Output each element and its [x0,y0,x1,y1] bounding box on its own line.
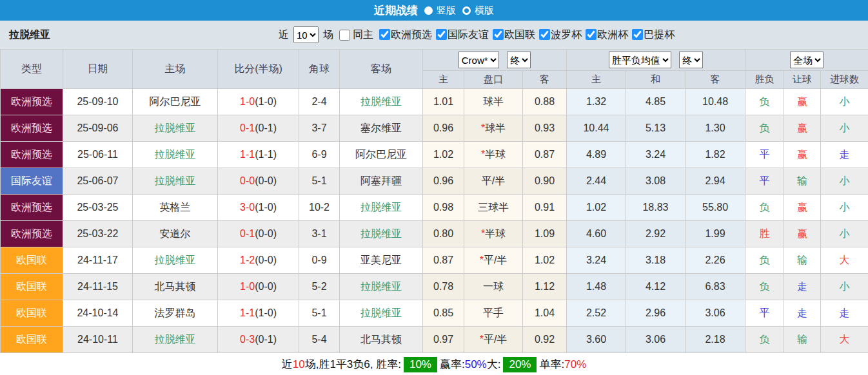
handicap-cell: *半球 [464,221,523,247]
goals-result-cell: 小 [821,195,868,221]
odds-company-select[interactable]: Crow* [459,52,499,68]
corner-cell: 3-1 [299,221,340,247]
goals-result-cell: 小 [821,89,868,115]
wdl-result-cell: 负 [745,115,784,142]
wdl-result-cell: 负 [745,89,784,115]
score-cell: 1-1(1-1) [218,142,299,168]
odds-home-cell: 0.97 [423,327,464,353]
mean-home-cell: 1.48 [567,274,626,300]
summary-part: 50% [465,358,487,371]
competition-checkbox[interactable] [632,29,643,40]
corner-cell: 5-4 [299,327,340,353]
handicap-cell: 一球 [464,274,523,300]
mean-time-select[interactable]: 终 [679,52,703,68]
mean-draw-cell: 3.06 [626,327,686,353]
mean-select[interactable]: 胜平负均值 [609,52,671,68]
corner-cell: 0-9 [299,247,340,274]
odds-home-cell: 0.78 [423,274,464,300]
radio-vertical-label: 竖版 [437,5,456,17]
wdl-result-cell: 平 [745,168,784,195]
handicap-cell: *半球 [464,142,523,168]
filters: 近 10 场 同主 欧洲预选国际友谊欧国联波罗杯欧洲杯巴提杯 [279,26,675,43]
table-row: 欧洲预选25-03-22安道尔0-1(0-0)3-1拉脱维亚0.80*半球1.0… [1,221,868,247]
handicap-result-cell: 赢 [784,142,821,168]
mean-draw-cell: 4.85 [626,89,686,115]
corner-cell: 5-2 [299,274,340,300]
mean-draw-cell: 2.96 [626,300,686,327]
layout-radio-vertical[interactable]: 竖版 [424,5,456,17]
competition-checkbox[interactable] [493,29,504,40]
col-header-type: 类型 [1,50,63,89]
same-home-checkbox[interactable] [339,30,350,41]
radio-unselected-icon[interactable] [462,6,471,15]
match-type-cell: 欧洲预选 [1,221,63,247]
competition-label: 波罗杯 [551,29,582,40]
home-team-cell: 安道尔 [133,221,218,247]
odds-away-cell: 1.02 [523,247,567,274]
mean-draw-cell: 3.24 [626,142,686,168]
home-team-cell: 拉脱维亚 [133,115,218,142]
layout-radio-horizontal[interactable]: 横版 [462,5,494,17]
sub-header-handicap: 盘口 [464,71,523,89]
mean-home-cell: 10.44 [567,115,626,142]
mean-draw-cell: 2.92 [626,221,686,247]
col-header-home: 主场 [133,50,218,89]
mean-away-cell: 2.94 [686,168,745,195]
goals-result-cell: 大 [821,247,868,274]
competition-checkbox[interactable] [436,29,447,40]
corner-cell: 2-4 [299,89,340,115]
handicap-result-cell: 赢 [784,195,821,221]
competition-checkbox[interactable] [539,29,550,40]
radio-selected-icon[interactable] [424,6,433,15]
odds-home-cell: 1.02 [423,142,464,168]
mean-away-cell: 55.80 [686,195,745,221]
summary-part: 单率: [539,357,564,372]
mean-away-cell: 1.82 [686,142,745,168]
col-header-away: 客场 [340,50,423,89]
odds-away-cell: 0.88 [523,89,567,115]
scope-select[interactable]: 全场 [790,52,824,68]
handicap-cell: *球半 [464,115,523,142]
match-type-cell: 欧国联 [1,274,63,300]
mean-draw-cell: 18.83 [626,195,686,221]
goals-result-cell: 小 [821,115,868,142]
handicap-cell: *平/半 [464,327,523,353]
competition-label: 欧国联 [504,29,535,40]
odds-home-cell: 0.87 [423,247,464,274]
games-label: 场 [323,28,333,42]
table-row: 欧国联24-10-14法罗群岛1-1(1-0)5-1拉脱维亚0.85平手1.04… [1,300,868,327]
corner-cell: 5-1 [299,300,340,327]
match-type-cell: 欧洲预选 [1,115,63,142]
mean-home-cell: 1.32 [567,89,626,115]
odds-time-select[interactable]: 终 [507,52,531,68]
sub-header-mean-home: 主 [567,71,626,89]
mean-away-cell: 10.48 [686,89,745,115]
mean-home-cell: 4.89 [567,142,626,168]
summary-part: 70% [564,358,586,371]
mean-away-cell: 1.30 [686,115,745,142]
table-row: 欧洲预选25-09-10阿尔巴尼亚1-0(1-0)2-4拉脱维亚1.01球半0.… [1,89,868,115]
odds-dropdowns: Crow* 终 [423,50,567,71]
mean-dropdowns: 胜平负均值 终 [567,50,745,71]
away-team-cell: 拉脱维亚 [340,89,423,115]
odds-away-cell: 0.92 [523,327,567,353]
odds-away-cell: 0.90 [523,168,567,195]
match-count-select[interactable]: 10 [293,26,319,43]
competition-checkbox[interactable] [379,29,390,40]
score-cell: 0-1(0-1) [218,115,299,142]
summary-part: 赢率: [440,357,465,372]
sub-header-mean-away: 客 [686,71,745,89]
competition-checkbox[interactable] [586,29,597,40]
corner-cell: 5-1 [299,168,340,195]
match-rows: 欧洲预选25-09-10阿尔巴尼亚1-0(1-0)2-4拉脱维亚1.01球半0.… [1,89,868,353]
competition-filters: 欧洲预选国际友谊欧国联波罗杯欧洲杯巴提杯 [375,28,675,42]
competition-label: 巴提杯 [644,29,675,40]
summary-part: 场,胜1平3负6, 胜率: [305,357,401,372]
table-row: 欧国联24-10-11拉脱维亚0-3(0-1)5-4北马其顿0.97*平/半0.… [1,327,868,353]
corner-cell: 6-9 [299,142,340,168]
score-cell: 1-1(1-0) [218,300,299,327]
wdl-result-cell: 平 [745,300,784,327]
handicap-cell: 平/半 [464,168,523,195]
handicap-result-cell: 走 [784,274,821,300]
table-row: 国际友谊25-06-07拉脱维亚0-0(0-0)5-1阿塞拜疆0.96平/半0.… [1,168,868,195]
